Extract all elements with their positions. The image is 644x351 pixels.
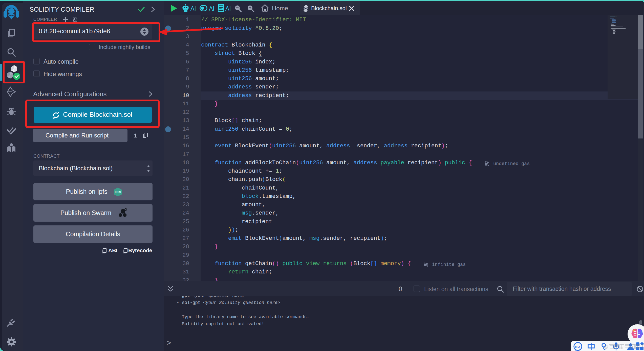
svg-text:iFLY: iFLY bbox=[575, 345, 581, 348]
svg-text:IPFS: IPFS bbox=[115, 191, 121, 194]
